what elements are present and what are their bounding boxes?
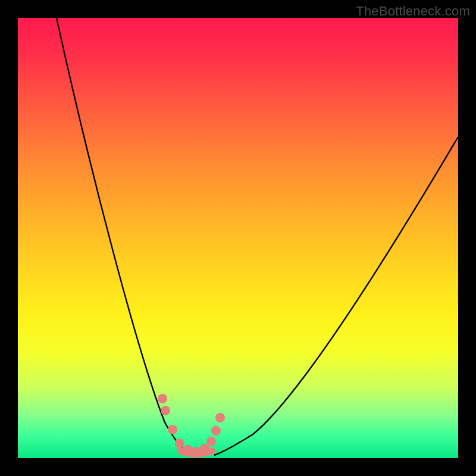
svg-point-9 xyxy=(215,413,225,422)
left-curve xyxy=(57,18,189,455)
watermark-text: TheBottleneck.com xyxy=(356,4,470,19)
plot-area xyxy=(18,18,458,458)
svg-point-8 xyxy=(211,426,221,436)
svg-point-1 xyxy=(161,406,170,415)
right-curve xyxy=(214,137,458,455)
marker-cluster xyxy=(158,394,225,456)
svg-point-3 xyxy=(175,439,184,448)
chart-svg xyxy=(18,18,458,458)
svg-point-2 xyxy=(168,425,177,434)
outer-frame: TheBottleneck.com xyxy=(0,0,476,476)
svg-point-6 xyxy=(200,444,209,453)
svg-point-5 xyxy=(192,447,201,456)
svg-point-7 xyxy=(206,437,216,446)
svg-point-0 xyxy=(158,394,167,403)
svg-point-4 xyxy=(183,445,193,455)
